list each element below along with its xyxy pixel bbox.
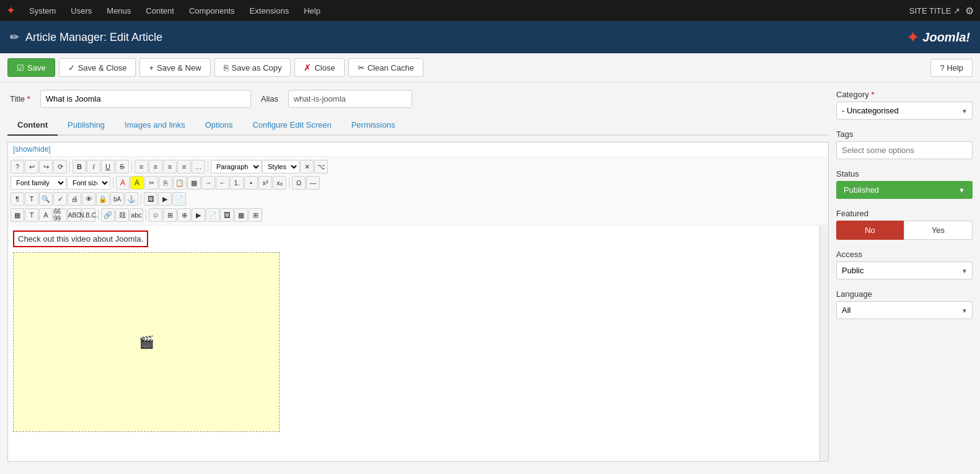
highlight-btn[interactable]: A — [39, 208, 53, 222]
tab-options[interactable]: Options — [195, 115, 243, 136]
table2-btn[interactable]: ▦ — [11, 208, 24, 222]
category-select[interactable]: - Uncategorised — [836, 102, 973, 120]
paste-btn[interactable]: 📋 — [173, 176, 187, 190]
tags-field: Tags — [836, 129, 973, 159]
nav-users[interactable]: Users — [64, 0, 98, 21]
save-button[interactable]: ☑ Save — [7, 58, 55, 77]
unordered-list-btn[interactable]: • — [244, 176, 258, 190]
insert-img2-btn[interactable]: 🖼 — [220, 208, 234, 222]
help-button[interactable]: ? Help — [930, 59, 973, 77]
featured-no-button[interactable]: No — [836, 221, 904, 240]
tab-content[interactable]: Content — [7, 115, 58, 136]
nav-menus[interactable]: Menus — [100, 0, 137, 21]
bg-color-btn[interactable]: A — [130, 176, 144, 190]
save-close-button[interactable]: ✓ Save & Close — [59, 58, 136, 77]
title-input[interactable] — [40, 90, 251, 108]
editor-undo-btn[interactable]: ↩ — [25, 160, 38, 173]
editor-align-center-btn[interactable]: ≡ — [149, 160, 162, 173]
preview-btn[interactable]: 👁 — [82, 192, 95, 206]
copy-icon: ⎘ — [224, 63, 229, 72]
table-btn[interactable]: ▦ — [187, 176, 201, 190]
img-btn[interactable]: 🖼 — [144, 192, 157, 206]
lock-btn[interactable]: 🔒 — [96, 192, 110, 206]
abbr-btn[interactable]: bA — [110, 192, 124, 206]
nav-system[interactable]: System — [23, 0, 62, 21]
strikeout-btn[interactable]: abc — [130, 208, 143, 222]
main-content: Title * Alias Content Publishing Images … — [0, 82, 980, 469]
ordered-list-btn[interactable]: 1. — [230, 176, 244, 190]
editor-help-btn[interactable]: ? — [11, 160, 24, 173]
smiley-btn[interactable]: ☺ — [149, 208, 162, 222]
editor-strikethrough-btn[interactable]: S — [115, 160, 129, 173]
tab-publishing[interactable]: Publishing — [58, 115, 115, 136]
editor-clear-btn[interactable]: ✕ — [300, 160, 314, 173]
citation-btn[interactable]: 66 99 — [53, 208, 67, 222]
copy-btn[interactable]: ⎘ — [159, 176, 172, 190]
alias-input[interactable] — [288, 90, 412, 108]
show-hide-toggle[interactable]: [show/hide] — [8, 143, 828, 156]
plugin2-btn[interactable]: ⊕ — [177, 208, 191, 222]
clean-cache-button[interactable]: ✂ Clean Cache — [348, 58, 423, 77]
tab-permissions[interactable]: Permissions — [342, 115, 405, 136]
editor-spell-btn[interactable]: ✓ — [53, 192, 67, 206]
nav-content[interactable]: Content — [139, 0, 180, 21]
insert-media-btn[interactable]: ▶ — [192, 208, 205, 222]
status-published-button[interactable]: Published ▼ — [836, 181, 973, 199]
editor-underline-btn[interactable]: U — [101, 160, 115, 173]
close-button[interactable]: ✗ Close — [294, 58, 344, 77]
editor-align-left-btn[interactable]: ≡ — [135, 160, 148, 173]
paragraph-select[interactable]: Paragraph — [211, 160, 262, 173]
gear-icon[interactable]: ⚙ — [965, 5, 974, 17]
subscript-btn[interactable]: x₂ — [273, 176, 286, 190]
editor-align-right-btn[interactable]: ≡ — [163, 160, 177, 173]
link-btn[interactable]: 🔗 — [101, 208, 115, 222]
nav-extensions[interactable]: Extensions — [244, 0, 296, 21]
text-dir-btn[interactable]: T — [25, 192, 38, 206]
font-size-select[interactable]: Font size — [67, 176, 110, 190]
save-new-button[interactable]: + Save & New — [139, 58, 210, 77]
broom-icon: ✂ — [358, 63, 364, 72]
site-title[interactable]: SITE TITLE ↗ — [909, 6, 960, 15]
editor-body[interactable]: Check out this video about Joomla. 🎬 — [8, 226, 819, 461]
nav-help[interactable]: Help — [298, 0, 327, 21]
editor-source-btn[interactable]: ⌥ — [314, 160, 328, 173]
tab-configure-edit[interactable]: Configure Edit Screen — [242, 115, 341, 136]
rtl-btn[interactable]: T — [25, 208, 38, 222]
access-select[interactable]: Public — [836, 261, 973, 279]
nav-components[interactable]: Components — [183, 0, 241, 21]
font-color-btn[interactable]: A — [116, 176, 130, 190]
joomla-ext-btn[interactable]: ⊞ — [249, 208, 262, 222]
indent-btn[interactable]: → — [201, 176, 215, 190]
find-replace-btn[interactable]: 🔍 — [39, 192, 53, 206]
featured-yes-button[interactable]: Yes — [904, 221, 973, 240]
template-btn[interactable]: 📄 — [172, 192, 186, 206]
nbspace-btn[interactable]: N.B.C. — [82, 208, 95, 222]
save-copy-button[interactable]: ⎘ Save as Copy — [214, 58, 291, 77]
editor-scrollbar[interactable] — [819, 226, 828, 461]
show-blocks-btn[interactable]: ¶ — [11, 192, 24, 206]
video-embed-placeholder[interactable]: 🎬 — [13, 252, 280, 432]
cut-btn[interactable]: ✂ — [144, 176, 158, 190]
editor-justify-btn[interactable]: ≡ — [177, 160, 191, 173]
insert-table-btn[interactable]: ▦ — [234, 208, 248, 222]
editor-refresh-btn[interactable]: ⟳ — [53, 160, 67, 173]
outdent-btn[interactable]: ← — [216, 176, 229, 190]
tags-input[interactable] — [836, 141, 973, 159]
editor-bold-btn[interactable]: B — [73, 160, 86, 173]
flash-btn[interactable]: ▶ — [158, 192, 172, 206]
superscript-btn[interactable]: x² — [258, 176, 272, 190]
anchor-btn[interactable]: ⚓ — [125, 192, 138, 206]
styles-select[interactable]: Styles — [262, 160, 299, 173]
plugin1-btn[interactable]: ⊞ — [163, 208, 177, 222]
editor-more-btn[interactable]: … — [192, 160, 205, 173]
hr-btn[interactable]: — — [306, 176, 320, 190]
unlink-btn[interactable]: ⛓ — [115, 208, 129, 222]
tab-images-links[interactable]: Images and links — [115, 115, 195, 136]
insert-doc-btn[interactable]: 📄 — [206, 208, 219, 222]
font-family-select[interactable]: Font family — [11, 176, 66, 190]
editor-redo-btn[interactable]: ↪ — [39, 160, 53, 173]
special-chars-btn[interactable]: Ω — [292, 176, 306, 190]
language-select[interactable]: All — [836, 301, 973, 319]
print-btn[interactable]: 🖨 — [68, 192, 81, 206]
editor-italic-btn[interactable]: I — [87, 160, 100, 173]
